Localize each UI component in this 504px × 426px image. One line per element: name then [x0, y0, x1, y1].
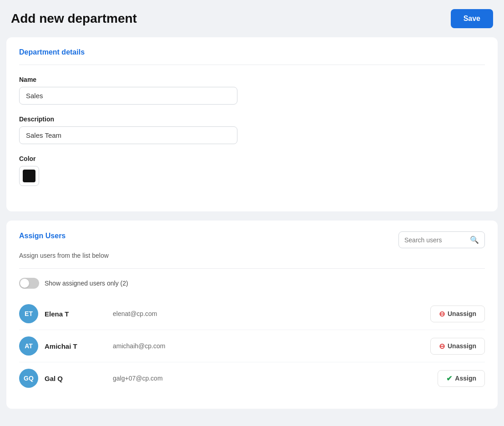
toggle-label: Show assigned users only (2): [45, 280, 128, 287]
user-email: amichaih@cp.com: [113, 342, 430, 350]
action-label: Unassign: [448, 342, 476, 350]
assign-subtitle: Assign users from the list below: [19, 252, 485, 259]
save-button[interactable]: Save: [451, 9, 493, 28]
assign-users-card: Assign Users 🔍 Assign users from the lis…: [6, 221, 498, 409]
color-label: Color: [19, 155, 485, 162]
user-email: galg+07@cp.com: [113, 375, 438, 382]
assign-users-title: Assign Users: [19, 232, 66, 240]
toggle-knob: [20, 279, 29, 288]
show-assigned-toggle[interactable]: [19, 278, 39, 289]
color-swatch: [23, 170, 35, 182]
description-input[interactable]: [19, 126, 237, 144]
user-email: elenat@cp.com: [113, 310, 430, 317]
assign-button[interactable]: ✔ Assign: [438, 370, 485, 387]
action-label: Unassign: [448, 310, 476, 317]
search-box: 🔍: [398, 231, 485, 248]
name-input[interactable]: [19, 87, 237, 105]
section-divider: [19, 65, 485, 65]
avatar: ET: [19, 304, 38, 323]
name-label: Name: [19, 76, 485, 83]
description-label: Description: [19, 115, 485, 123]
color-group: Color: [19, 155, 485, 186]
avatar: AT: [19, 336, 38, 356]
action-label: Assign: [455, 375, 476, 382]
user-list: ET Elena T elenat@cp.com ⊖ Unassign AT A…: [19, 298, 485, 394]
assign-users-header: Assign Users 🔍: [19, 231, 485, 248]
minus-circle-icon: ⊖: [439, 342, 445, 351]
name-group: Name: [19, 76, 485, 105]
user-row: GQ Gal Q galg+07@cp.com ✔ Assign: [19, 362, 485, 394]
department-details-card: Department details Name Description Colo…: [6, 37, 498, 211]
users-divider: [19, 268, 485, 269]
description-group: Description: [19, 115, 485, 144]
page-header: Add new department Save: [0, 0, 504, 37]
user-row: AT Amichai T amichaih@cp.com ⊖ Unassign: [19, 330, 485, 362]
avatar: GQ: [19, 369, 38, 388]
color-picker-button[interactable]: [19, 166, 39, 186]
minus-circle-icon: ⊖: [439, 310, 445, 318]
check-circle-icon: ✔: [446, 374, 452, 383]
user-name: Elena T: [45, 310, 113, 318]
toggle-row: Show assigned users only (2): [19, 278, 485, 289]
search-icon: 🔍: [470, 236, 479, 244]
user-row: ET Elena T elenat@cp.com ⊖ Unassign: [19, 298, 485, 330]
unassign-button[interactable]: ⊖ Unassign: [430, 338, 485, 355]
user-name: Amichai T: [45, 342, 113, 350]
search-input[interactable]: [404, 236, 466, 244]
unassign-button[interactable]: ⊖ Unassign: [430, 306, 485, 322]
department-details-title: Department details: [19, 48, 485, 56]
page-title: Add new department: [11, 11, 137, 26]
user-name: Gal Q: [45, 375, 113, 382]
